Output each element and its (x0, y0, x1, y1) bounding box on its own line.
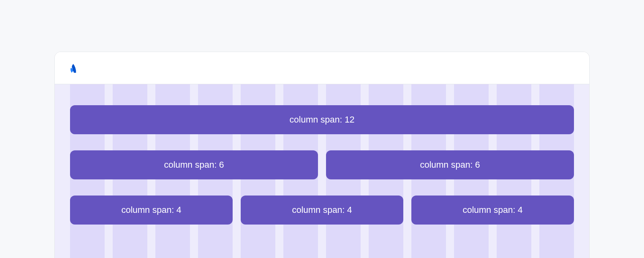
block-label: column span: 6 (164, 160, 224, 170)
grid-block-span-12: column span: 12 (70, 105, 574, 134)
grid-block-span-4: column span: 4 (411, 196, 574, 225)
grid-block-span-4: column span: 4 (241, 196, 403, 225)
block-label: column span: 4 (292, 205, 352, 215)
header-bar (55, 52, 589, 84)
grid-block-span-6: column span: 6 (70, 150, 318, 179)
block-label: column span: 6 (420, 160, 480, 170)
block-label: column span: 12 (289, 114, 354, 125)
grid-rows: column span: 12 column span: 6 column sp… (70, 105, 574, 225)
grid-demo-area: column span: 12 column span: 6 column sp… (55, 84, 589, 258)
atlassian-logo-icon (68, 62, 79, 74)
grid-block-span-4: column span: 4 (70, 196, 233, 225)
example-card: column span: 12 column span: 6 column sp… (54, 52, 590, 258)
block-label: column span: 4 (121, 205, 181, 215)
grid-row: column span: 6 column span: 6 (70, 150, 574, 179)
grid-row: column span: 4 column span: 4 column spa… (70, 196, 574, 225)
grid-row: column span: 12 (70, 105, 574, 134)
grid-block-span-6: column span: 6 (326, 150, 574, 179)
block-label: column span: 4 (462, 205, 522, 215)
